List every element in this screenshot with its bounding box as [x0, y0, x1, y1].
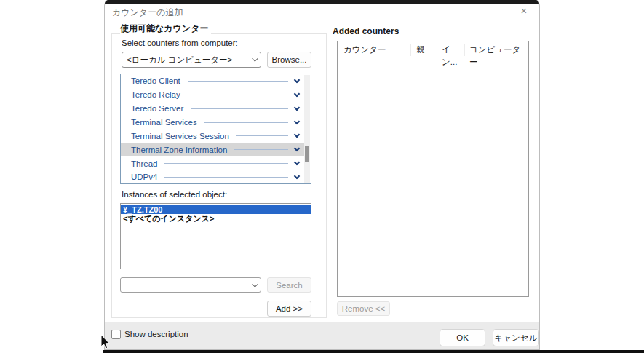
- chevron-down-icon: [252, 55, 258, 61]
- chevron-down-icon[interactable]: [294, 159, 300, 165]
- counters-scrollbar[interactable]: [304, 75, 310, 183]
- list-item[interactable]: UDPv4: [121, 170, 304, 184]
- chevron-down-icon[interactable]: [294, 77, 300, 83]
- close-icon[interactable]: ×: [516, 3, 532, 19]
- search-input[interactable]: [120, 277, 261, 293]
- added-counters-label: Added counters: [333, 26, 399, 36]
- column-header-computer[interactable]: コンピューター: [465, 44, 528, 56]
- instances-label: Instances of selected object:: [122, 190, 227, 199]
- instances-list[interactable]: ¥_TZ.TZ00 <すべてのインスタンス>: [120, 203, 311, 269]
- counters-list[interactable]: Teredo Client Teredo Relay Teredo Server…: [120, 74, 311, 184]
- list-item[interactable]: Terminal Services Session: [121, 129, 304, 143]
- added-counters-table[interactable]: カウンター 親 イン... コンピューター: [337, 41, 529, 297]
- show-description-label: Show description: [124, 330, 188, 338]
- list-item[interactable]: Teredo Relay: [121, 88, 304, 102]
- mouse-cursor-icon: [100, 335, 111, 350]
- chevron-down-icon[interactable]: [294, 132, 300, 138]
- ok-button[interactable]: OK: [440, 329, 485, 346]
- table-header: カウンター 親 イン... コンピューター: [338, 41, 528, 58]
- scrollbar-thumb[interactable]: [305, 146, 309, 162]
- list-item-selected[interactable]: Thermal Zone Information: [121, 143, 304, 156]
- chevron-down-icon[interactable]: [294, 118, 300, 124]
- show-description-checkbox[interactable]: [111, 330, 121, 339]
- list-item[interactable]: Teredo Server: [121, 102, 304, 116]
- chevron-down-icon[interactable]: [294, 104, 300, 110]
- dialog-footer: Show description OK キャンセル: [105, 322, 539, 349]
- screen: カウンターの追加 × 使用可能なカウンター Select counters fr…: [0, 0, 644, 353]
- computer-select-value: <ローカル コンピューター>: [127, 55, 232, 66]
- add-counters-dialog: カウンターの追加 × 使用可能なカウンター Select counters fr…: [104, 0, 540, 350]
- search-button[interactable]: Search: [267, 277, 311, 293]
- chevron-down-icon[interactable]: [294, 146, 300, 151]
- column-header-parent[interactable]: 親: [411, 44, 437, 56]
- computer-select[interactable]: <ローカル コンピューター>: [122, 52, 261, 68]
- chevron-down-icon[interactable]: [294, 173, 300, 179]
- bottom-black-bar: [103, 350, 644, 353]
- list-item[interactable]: Terminal Services: [121, 116, 304, 130]
- column-header-instance[interactable]: イン...: [437, 44, 465, 56]
- available-counters-group-label: 使用可能なカウンター: [120, 23, 211, 35]
- cancel-button[interactable]: キャンセル: [493, 329, 539, 346]
- browse-button[interactable]: Browse...: [267, 52, 311, 68]
- chevron-down-icon[interactable]: [294, 91, 300, 97]
- add-button[interactable]: Add >>: [267, 301, 311, 317]
- select-counters-label: Select counters from computer:: [122, 39, 238, 47]
- dialog-title: カウンターの追加: [112, 7, 183, 19]
- list-item[interactable]: Thread: [121, 156, 304, 170]
- remove-button[interactable]: Remove <<: [337, 301, 390, 316]
- column-header-counter[interactable]: カウンター: [338, 44, 411, 56]
- dialog-top-bar: [105, 0, 539, 4]
- list-item[interactable]: Teredo Client: [121, 74, 304, 88]
- instance-item[interactable]: <すべてのインスタンス>: [121, 214, 311, 223]
- chevron-down-icon: [252, 281, 258, 287]
- counters-rows: Teredo Client Teredo Relay Teredo Server…: [121, 74, 304, 183]
